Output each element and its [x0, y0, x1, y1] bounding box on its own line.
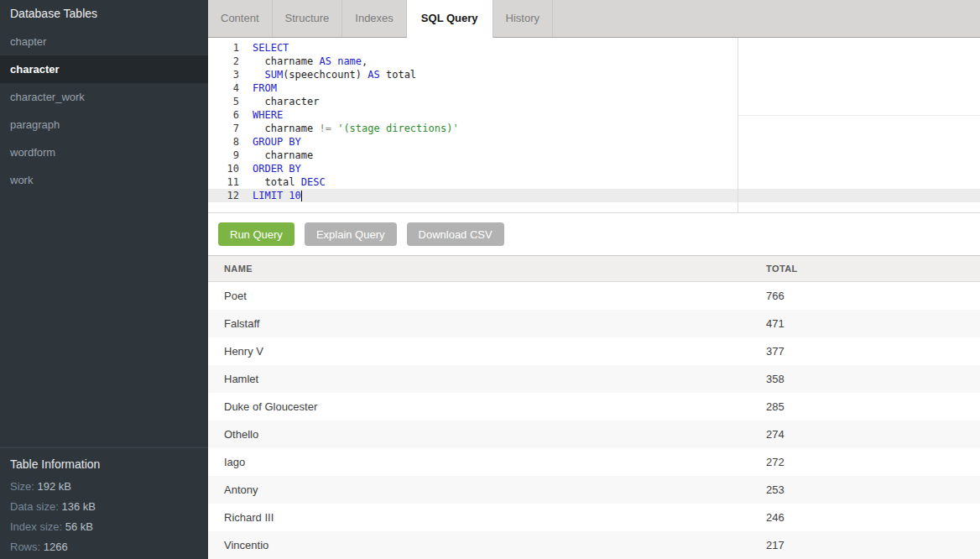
line-code: SELECT [239, 41, 289, 55]
run-query-button[interactable]: Run Query [218, 222, 295, 246]
cell-total: 358 [766, 373, 980, 385]
sql-editor-line: 11 total DESC [208, 175, 980, 189]
table-information-header: Table Information [10, 455, 198, 473]
line-number: 4 [208, 81, 239, 95]
table-info-value: 192 kB [38, 480, 71, 493]
sidebar-item-paragraph[interactable]: paragraph [0, 111, 208, 138]
editor-pane-rule [738, 115, 980, 116]
cell-total: 217 [766, 539, 980, 551]
line-number: 1 [208, 41, 239, 55]
cell-name: Antony [208, 483, 766, 496]
line-code: GROUP BY [239, 135, 301, 149]
tab-label: Indexes [355, 12, 394, 24]
table-name-label: character [10, 63, 60, 76]
line-code: charname AS name, [239, 55, 368, 68]
download-csv-button[interactable]: Download CSV [407, 222, 504, 246]
tab-indexes[interactable]: Indexes [342, 0, 407, 37]
sidebar-item-chapter[interactable]: chapter [0, 28, 208, 55]
line-code: SUM(speechcount) AS total [239, 68, 416, 81]
table-name-label: chapter [10, 35, 46, 48]
tab-structure[interactable]: Structure [273, 0, 343, 37]
tab-label: History [506, 12, 540, 24]
table-info-label: Data size: [10, 500, 59, 513]
results-header-row: NAME TOTAL [208, 255, 980, 282]
tab-history[interactable]: History [493, 0, 553, 37]
line-code: WHERE [239, 108, 283, 122]
explain-query-button[interactable]: Explain Query [305, 222, 397, 246]
line-number: 12 [208, 189, 239, 202]
table-info-label: Size: [10, 480, 34, 493]
line-number: 6 [208, 108, 239, 122]
sidebar-item-work[interactable]: work [0, 166, 208, 194]
table-name-label: wordform [10, 146, 55, 159]
sql-editor-line: 9 charname [208, 149, 980, 162]
main-content: Content Structure Indexes SQL Query Hist… [208, 0, 980, 559]
tab-label: SQL Query [421, 12, 478, 24]
table-info-value: 56 kB [65, 520, 93, 533]
sql-editor[interactable]: 1 SELECT 2 charname AS name, 3 SUM(speec… [208, 38, 980, 213]
sql-editor-line: 10 ORDER BY [208, 162, 980, 175]
table-info-value: 136 kB [61, 500, 95, 513]
cell-total: 246 [766, 511, 980, 524]
sql-editor-line: 12 LIMIT 10 [208, 189, 980, 202]
table-info-value: 1266 [44, 541, 68, 553]
sql-editor-line: 5 character [208, 95, 980, 108]
results-table: NAME TOTAL Poet 766 Falstaff 471 Henry V… [208, 255, 980, 559]
database-tables-header: Database Tables [0, 0, 208, 28]
cell-total: 766 [766, 290, 980, 302]
line-number: 11 [208, 175, 239, 189]
sql-editor-line: 7 charname != '(stage directions)' [208, 122, 980, 135]
results-row-vincentio: Vincentio 217 [208, 531, 980, 559]
table-info-row: Size: 192 kB [10, 477, 198, 497]
cell-total: 253 [766, 483, 980, 496]
sidebar-item-wordform[interactable]: wordform [0, 138, 208, 166]
column-header-total: TOTAL [766, 264, 980, 274]
line-code: total DESC [239, 175, 326, 189]
sql-editor-line: 2 charname AS name, [208, 55, 980, 68]
line-code: ORDER BY [239, 162, 301, 175]
sidebar-item-character[interactable]: character [0, 55, 208, 83]
results-row-falstaff: Falstaff 471 [208, 310, 980, 337]
results-row-antony: Antony 253 [208, 476, 980, 504]
table-info-row: Rows: 1266 [10, 537, 198, 557]
line-code: LIMIT 10 [239, 189, 302, 202]
results-row-iago: Iago 272 [208, 448, 980, 476]
tab-label: Structure [285, 12, 330, 24]
results-row-poet: Poet 766 [208, 282, 980, 310]
sidebar-item-character-work[interactable]: character_work [0, 83, 208, 111]
cell-name: Iago [208, 456, 766, 468]
results-row-richard-iii: Richard III 246 [208, 504, 980, 531]
tab-label: Content [221, 12, 259, 24]
cell-total: 377 [766, 345, 980, 358]
table-info-row: Data size: 136 kB [10, 497, 198, 517]
cell-total: 274 [766, 428, 980, 441]
cell-name: Falstaff [208, 317, 766, 330]
line-number: 10 [208, 162, 239, 175]
line-code: character [239, 95, 319, 108]
table-name-label: paragraph [10, 118, 60, 131]
line-code: charname != '(stage directions)' [239, 122, 459, 135]
line-number: 3 [208, 68, 239, 81]
tab-bar: Content Structure Indexes SQL Query Hist… [208, 0, 980, 38]
tab-sql-query[interactable]: SQL Query [407, 0, 493, 38]
table-name-label: work [10, 174, 33, 186]
sql-editor-line: 8 GROUP BY [208, 135, 980, 149]
cell-name: Vincentio [208, 539, 766, 551]
results-row-duke-of-gloucester: Duke of Gloucester 285 [208, 393, 980, 421]
table-info-row: Index size: 56 kB [10, 517, 198, 537]
line-code: FROM [239, 81, 277, 95]
editor-pane-divider [738, 38, 738, 213]
cell-total: 471 [766, 317, 980, 330]
results-row-hamlet: Hamlet 358 [208, 365, 980, 393]
table-info-label: Index size: [10, 520, 62, 533]
results-rows: Poet 766 Falstaff 471 Henry V 377 Hamlet… [208, 282, 980, 559]
tab-content[interactable]: Content [208, 0, 273, 37]
cell-name: Othello [208, 428, 766, 441]
table-list: chapter character character_work paragra… [0, 28, 208, 194]
line-code: charname [239, 149, 313, 162]
cell-name: Duke of Gloucester [208, 400, 766, 413]
sql-editor-line: 1 SELECT [208, 41, 980, 55]
line-number: 8 [208, 135, 239, 149]
cell-name: Henry V [208, 345, 766, 358]
table-info-label: Rows: [10, 541, 40, 553]
